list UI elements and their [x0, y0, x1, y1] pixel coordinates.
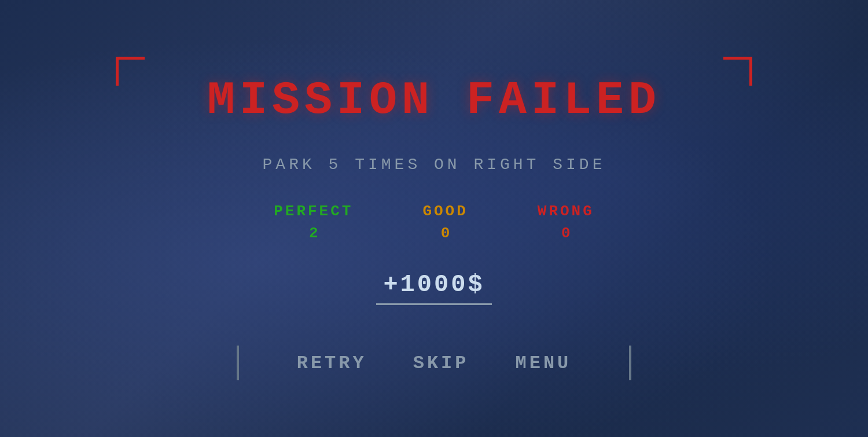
action-row: RETRY SKIP MENU: [116, 346, 752, 380]
perfect-label: PERFECT: [274, 203, 353, 220]
main-container: MISSION FAILED PARK 5 TIMES ON RIGHT SID…: [116, 57, 752, 380]
stat-wrong: WRONG 0: [538, 203, 594, 242]
perfect-value: 2: [309, 225, 318, 242]
stat-perfect: PERFECT 2: [274, 203, 353, 242]
wrong-value: 0: [561, 225, 571, 242]
mission-title: MISSION FAILED: [207, 74, 661, 127]
corner-bracket-top-left: [116, 57, 145, 86]
left-divider: [237, 346, 239, 380]
corner-bracket-top-right: [723, 57, 752, 86]
reward-area: +1000$: [376, 271, 492, 305]
mission-subtitle: PARK 5 TIMES ON RIGHT SIDE: [263, 156, 606, 174]
stat-good: GOOD 0: [422, 203, 468, 242]
reward-value: +1000$: [383, 271, 484, 299]
good-value: 0: [441, 225, 450, 242]
title-area: MISSION FAILED: [116, 57, 752, 138]
good-label: GOOD: [422, 203, 468, 220]
retry-button[interactable]: RETRY: [274, 347, 390, 380]
skip-button[interactable]: SKIP: [390, 347, 492, 380]
wrong-label: WRONG: [538, 203, 594, 220]
right-divider: [629, 346, 631, 380]
stats-row: PERFECT 2 GOOD 0 WRONG 0: [274, 203, 594, 242]
menu-button[interactable]: MENU: [492, 347, 595, 380]
reward-underline: [376, 303, 492, 305]
